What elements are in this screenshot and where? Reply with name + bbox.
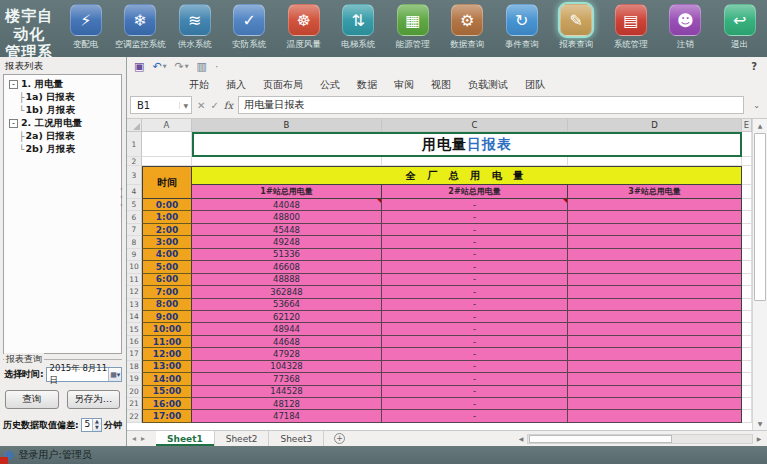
row-header-9[interactable]: 9 (127, 249, 142, 261)
ribbon-tab-插入[interactable]: 插入 (226, 78, 246, 92)
cell-E-row[interactable] (742, 398, 752, 410)
save-as-button[interactable]: 另存为… (67, 390, 121, 409)
cell-E-row[interactable] (742, 323, 752, 335)
cell-row2[interactable] (382, 157, 568, 166)
cell-time-6:00[interactable]: 6:00 (142, 274, 192, 286)
vertical-scrollbar-thumb[interactable] (754, 133, 766, 301)
cell-station3-value[interactable] (568, 274, 742, 286)
ribbon-tab-页面布局[interactable]: 页面布局 (263, 78, 303, 92)
topbar-item-elevator-system[interactable]: ⇅电梯系统 (331, 0, 386, 51)
cell-station2-value[interactable]: - (382, 398, 568, 410)
row-header-6[interactable]: 6 (127, 211, 142, 223)
cell-station-header-1[interactable]: 1#站总用电量 (192, 185, 382, 199)
cell-E-row[interactable] (742, 249, 752, 261)
cell-station3-value[interactable] (568, 199, 742, 211)
row-header-5[interactable]: 5 (127, 199, 142, 211)
scroll-left-icon[interactable]: ◀ (515, 435, 527, 442)
cell-E-row[interactable] (742, 336, 752, 348)
cell-station1-value[interactable]: 77368 (192, 373, 382, 385)
cell-time-4:00[interactable]: 4:00 (142, 249, 192, 261)
cell-row2[interactable] (568, 157, 742, 166)
formula-bar-input[interactable]: 用电量日报表 (238, 96, 744, 114)
cell-row2[interactable] (742, 157, 752, 166)
topbar-item-system-management[interactable]: ▤系统管理 (604, 0, 659, 51)
date-picker-field[interactable]: 2015年 8月11日 ▦▾ (46, 367, 122, 382)
cell-A1[interactable] (142, 132, 192, 157)
row-header-1[interactable]: 1 (127, 132, 142, 157)
ribbon-tab-公式[interactable]: 公式 (320, 78, 340, 92)
deviation-spinner[interactable]: 5 ▲▼ (81, 418, 102, 432)
cell-station1-value[interactable]: 49248 (192, 236, 382, 248)
horizontal-scrollbar[interactable]: ◀ ▶ (515, 433, 765, 445)
cell-time-11:00[interactable]: 11:00 (142, 336, 192, 348)
row-header-13[interactable]: 13 (127, 299, 142, 311)
cell-station1-value[interactable]: 47928 (192, 348, 382, 360)
cell-station3-value[interactable] (568, 323, 742, 335)
cell-E1[interactable] (742, 132, 752, 157)
cell-station2-value[interactable]: - (382, 373, 568, 385)
spin-down-icon[interactable]: ▼ (93, 425, 101, 431)
cell-station2-value[interactable]: - (382, 274, 568, 286)
ribbon-tab-负载测试[interactable]: 负载测试 (468, 78, 508, 92)
print-preview-icon[interactable]: ▥ (197, 61, 207, 72)
row-header-15[interactable]: 15 (127, 323, 142, 335)
sheet-tab-sheet2[interactable]: Sheet2 (215, 431, 270, 446)
column-header-B[interactable]: B (192, 119, 382, 132)
cell-E3[interactable] (742, 166, 752, 185)
topbar-item-temp-airflow[interactable]: ☸温度风量 (277, 0, 332, 51)
cell-station3-value[interactable] (568, 249, 742, 261)
ribbon-tab-开始[interactable]: 开始 (189, 78, 209, 92)
cell-station3-value[interactable] (568, 299, 742, 311)
cell-station3-value[interactable] (568, 410, 742, 422)
row-header-4[interactable]: 4 (127, 185, 142, 199)
cell-station1-value[interactable]: 46608 (192, 261, 382, 273)
cell-station1-value[interactable]: 45448 (192, 224, 382, 236)
cell-station2-value[interactable]: - (382, 361, 568, 373)
cell-E-row[interactable] (742, 261, 752, 273)
row-header-12[interactable]: 12 (127, 286, 142, 298)
select-all-corner[interactable] (127, 119, 142, 132)
cell-station3-value[interactable] (568, 261, 742, 273)
name-box[interactable]: B1 ▼ (130, 96, 192, 114)
cell-station-header-2[interactable]: 2#站总用电量 (382, 185, 568, 199)
cell-station3-value[interactable] (568, 336, 742, 348)
tree-collapse-icon[interactable]: - (9, 119, 18, 128)
tree-item-1a-[interactable]: ├1a) 日报表 (9, 91, 119, 104)
cell-E-row[interactable] (742, 361, 752, 373)
cell-station1-value[interactable]: 144528 (192, 386, 382, 398)
vertical-scrollbar[interactable]: ▲ ▼ (752, 119, 767, 430)
help-icon[interactable]: ? (751, 61, 757, 72)
formula-bar-expand-icon[interactable]: ⌄ (753, 101, 760, 110)
cell-station-header-3[interactable]: 3#站总用电量 (568, 185, 742, 199)
cell-banner[interactable]: 全 厂 总 用 电 量 (192, 166, 742, 185)
ribbon-tab-数据[interactable]: 数据 (357, 78, 377, 92)
save-icon[interactable]: ▣ (134, 61, 144, 72)
cell-station2-value[interactable]: - (382, 211, 568, 223)
cell-station1-value[interactable]: 48800 (192, 211, 382, 223)
topbar-item-energy-management[interactable]: ▦能源管理 (386, 0, 441, 51)
cell-station1-value[interactable]: 48888 (192, 274, 382, 286)
row-header-17[interactable]: 17 (127, 348, 142, 360)
topbar-item-power-distribution[interactable]: ⚡变配电 (59, 0, 114, 51)
topbar-item-hvac-monitoring[interactable]: ❄空调监控系统 (113, 0, 168, 51)
cell-E-row[interactable] (742, 286, 752, 298)
new-sheet-button[interactable]: + (334, 433, 345, 444)
scroll-right-icon[interactable]: ▶ (753, 435, 765, 442)
cell-station1-value[interactable]: 48128 (192, 398, 382, 410)
cell-station1-value[interactable]: 51336 (192, 249, 382, 261)
cell-station2-value[interactable]: - (382, 249, 568, 261)
ribbon-tab-团队[interactable]: 团队 (525, 78, 545, 92)
query-button[interactable]: 查询 (5, 390, 59, 409)
cell-time-15:00[interactable]: 15:00 (142, 386, 192, 398)
cell-station1-value[interactable]: 62120 (192, 311, 382, 323)
column-header-C[interactable]: C (382, 119, 568, 132)
topbar-item-water-supply[interactable]: ≋供水系统 (168, 0, 223, 51)
tree-item-1-[interactable]: -1. 用电量 (9, 78, 119, 91)
cell-station1-value[interactable]: 44048 (192, 199, 382, 211)
tree-item-2-[interactable]: -2. 工况用电量 (9, 117, 119, 130)
cell-station1-value[interactable]: 48944 (192, 323, 382, 335)
cell-E-row[interactable] (742, 348, 752, 360)
scroll-down-icon[interactable]: ▼ (753, 417, 767, 430)
cell-E-row[interactable] (742, 199, 752, 211)
cancel-icon[interactable]: ✕ (197, 100, 205, 111)
